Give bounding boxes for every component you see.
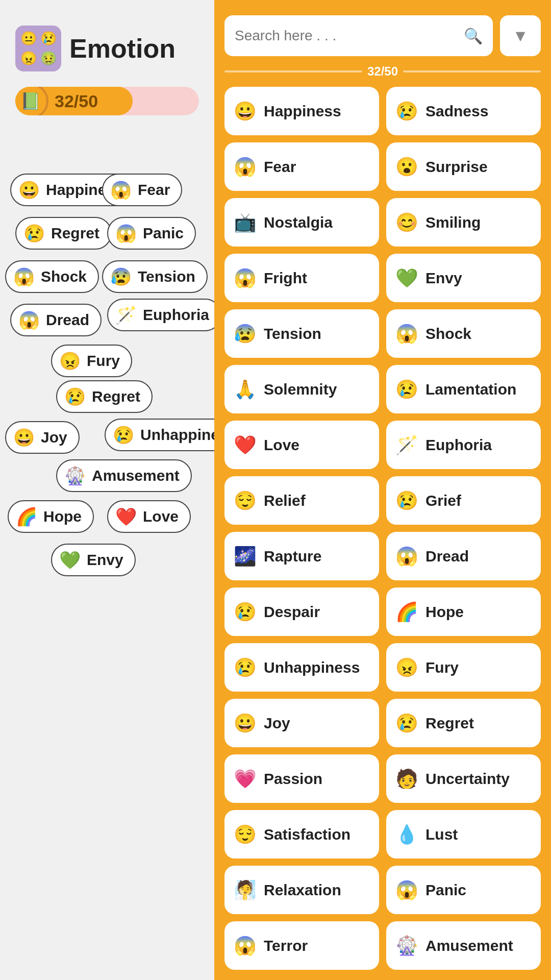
grid-label: Rapture — [264, 548, 321, 565]
left-chip-fury[interactable]: 😠Fury — [51, 345, 132, 377]
grid-chip-envy[interactable]: 💚Envy — [386, 254, 541, 302]
search-icon-button[interactable]: 🔍 — [464, 27, 483, 45]
search-input[interactable] — [235, 28, 464, 44]
left-chip-fear[interactable]: 😱Fear — [102, 174, 182, 206]
left-chip-panic[interactable]: 😱Panic — [107, 217, 196, 250]
progress-icon: 📗 — [15, 87, 48, 115]
grid-label: Solemnity — [264, 381, 337, 398]
left-chips-area: 😀Happiness😱Fear😢Regret😱Panic😱Shock😰Tensi… — [0, 143, 214, 980]
grid-emoji: 😢 — [395, 713, 418, 734]
grid-chip-grief[interactable]: 😢Grief — [386, 476, 541, 525]
left-chip-euphoria[interactable]: 🪄Euphoria — [107, 299, 214, 331]
chip-emoji: 😠 — [59, 351, 81, 371]
grid-chip-sadness[interactable]: 😢Sadness — [386, 87, 541, 135]
left-chip-joy[interactable]: 😀Joy — [5, 421, 80, 454]
progress-line-left — [224, 70, 362, 72]
left-chip-dread[interactable]: 😱Dread — [10, 304, 102, 336]
grid-emoji: 😀 — [234, 101, 257, 122]
grid-chip-lamentation[interactable]: 😢Lamentation — [386, 365, 541, 413]
progress-text: 32/50 — [55, 91, 98, 111]
grid-label: Envy — [425, 270, 462, 287]
grid-chip-despair[interactable]: 😢Despair — [224, 587, 379, 636]
grid-emoji: 😱 — [395, 323, 418, 345]
grid-label: Tension — [264, 325, 321, 342]
grid-chip-joy[interactable]: 😀Joy — [224, 699, 379, 747]
left-chip-unhappiness[interactable]: 😢Unhappiness — [105, 419, 214, 451]
chip-emoji: 😱 — [115, 223, 137, 243]
left-chip-love[interactable]: ❤️Love — [107, 500, 191, 533]
grid-chip-relief[interactable]: 😌Relief — [224, 476, 379, 525]
grid-emoji: 😱 — [395, 546, 418, 567]
emotion-grid: 😀Happiness😢Sadness😱Fear😮Surprise📺Nostalg… — [224, 87, 541, 970]
grid-chip-surprise[interactable]: 😮Surprise — [386, 142, 541, 191]
grid-emoji: 😢 — [234, 657, 257, 678]
chip-emoji: 🎡 — [64, 465, 86, 486]
grid-emoji: 😱 — [234, 156, 257, 178]
grid-chip-rapture[interactable]: 🌌Rapture — [224, 532, 379, 580]
filter-button[interactable]: ▼ — [500, 15, 541, 56]
app-header: 😐 😢 😠 🤢 Emotion — [0, 0, 214, 82]
grid-chip-terror[interactable]: 😱Terror — [224, 921, 379, 970]
grid-chip-happiness[interactable]: 😀Happiness — [224, 87, 379, 135]
grid-chip-unhappiness[interactable]: 😢Unhappiness — [224, 643, 379, 692]
left-chip-envy[interactable]: 💚Envy — [51, 544, 136, 576]
grid-chip-love[interactable]: ❤️Love — [224, 421, 379, 469]
grid-label: Amusement — [425, 937, 513, 954]
grid-chip-panic[interactable]: 😱Panic — [386, 866, 541, 914]
chip-label: Amusement — [92, 467, 180, 484]
grid-chip-tension[interactable]: 😰Tension — [224, 309, 379, 358]
grid-chip-lust[interactable]: 💧Lust — [386, 810, 541, 859]
grid-chip-fright[interactable]: 😱Fright — [224, 254, 379, 302]
left-chip-hope[interactable]: 🌈Hope — [8, 500, 94, 533]
left-chip-regret[interactable]: 😢Regret — [15, 217, 112, 250]
progress-indicator: 32/50 — [224, 64, 541, 79]
left-chip-shock[interactable]: 😱Shock — [5, 260, 99, 293]
chip-emoji: 😱 — [18, 310, 40, 330]
grid-label: Despair — [264, 603, 320, 621]
grid-label: Euphoria — [425, 436, 492, 454]
grid-emoji: 😊 — [395, 212, 418, 233]
filter-icon: ▼ — [512, 27, 529, 45]
left-chip-amusement[interactable]: 🎡Amusement — [56, 459, 192, 492]
grid-label: Dread — [425, 548, 469, 565]
grid-emoji: 😱 — [234, 267, 257, 289]
grid-chip-uncertainty[interactable]: 🧑Uncertainty — [386, 754, 541, 803]
grid-chip-fury[interactable]: 😠Fury — [386, 643, 541, 692]
chip-emoji: 💚 — [59, 550, 81, 570]
chip-label: Regret — [92, 388, 140, 405]
grid-emoji: 🌈 — [395, 601, 418, 623]
grid-label: Lamentation — [425, 381, 516, 398]
grid-chip-solemnity[interactable]: 🙏Solemnity — [224, 365, 379, 413]
grid-label: Relief — [264, 492, 306, 509]
grid-label: Love — [264, 436, 299, 454]
grid-label: Fear — [264, 158, 296, 176]
grid-chip-shock[interactable]: 😱Shock — [386, 309, 541, 358]
grid-chip-nostalgia[interactable]: 📺Nostalgia — [224, 198, 379, 247]
grid-chip-satisfaction[interactable]: 😌Satisfaction — [224, 810, 379, 859]
left-chip-tension[interactable]: 😰Tension — [102, 260, 208, 293]
left-chip-regret[interactable]: 😢Regret — [56, 380, 153, 413]
logo-emoji-1: 😐 — [19, 30, 37, 47]
right-panel: 🔍 ▼ 32/50 😀Happiness😢Sadness😱Fear😮Surpri… — [214, 0, 551, 980]
chip-label: Tension — [138, 268, 195, 285]
grid-chip-relaxation[interactable]: 🧖Relaxation — [224, 866, 379, 914]
grid-chip-passion[interactable]: 💗Passion — [224, 754, 379, 803]
grid-emoji: ❤️ — [234, 434, 257, 456]
chip-label: Dread — [46, 311, 89, 329]
chip-label: Euphoria — [143, 306, 209, 324]
search-input-wrap[interactable]: 🔍 — [224, 15, 493, 56]
chip-emoji: 🌈 — [16, 506, 37, 527]
grid-chip-smiling[interactable]: 😊Smiling — [386, 198, 541, 247]
grid-chip-hope[interactable]: 🌈Hope — [386, 587, 541, 636]
grid-chip-regret[interactable]: 😢Regret — [386, 699, 541, 747]
grid-chip-fear[interactable]: 😱Fear — [224, 142, 379, 191]
grid-chip-euphoria[interactable]: 🪄Euphoria — [386, 421, 541, 469]
grid-chip-amusement[interactable]: 🎡Amusement — [386, 921, 541, 970]
grid-chip-dread[interactable]: 😱Dread — [386, 532, 541, 580]
progress-line-right — [403, 70, 541, 72]
chip-emoji: 😱 — [13, 266, 35, 287]
grid-label: Panic — [425, 881, 466, 899]
chip-label: Panic — [143, 225, 184, 242]
grid-label: Passion — [264, 770, 322, 788]
app-title: Emotion — [69, 33, 176, 64]
